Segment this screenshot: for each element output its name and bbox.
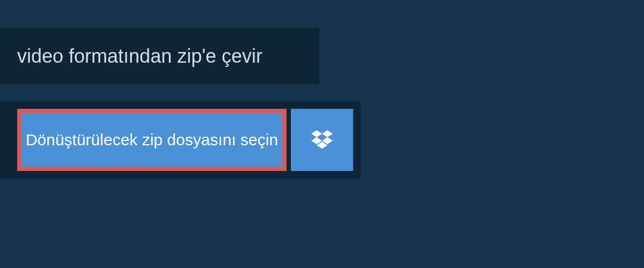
page-title: video formatından zip'e çevir — [17, 45, 262, 68]
dropbox-icon — [311, 130, 333, 150]
select-file-button[interactable]: Dönüştürülecek zip dosyasını seçin — [17, 109, 287, 171]
select-file-label: Dönüştürülecek zip dosyasını seçin — [26, 131, 278, 149]
file-select-panel: Dönüştürülecek zip dosyasını seçin — [0, 101, 361, 178]
dropbox-button[interactable] — [291, 109, 353, 171]
header-bar: video formatından zip'e çevir — [0, 28, 319, 84]
